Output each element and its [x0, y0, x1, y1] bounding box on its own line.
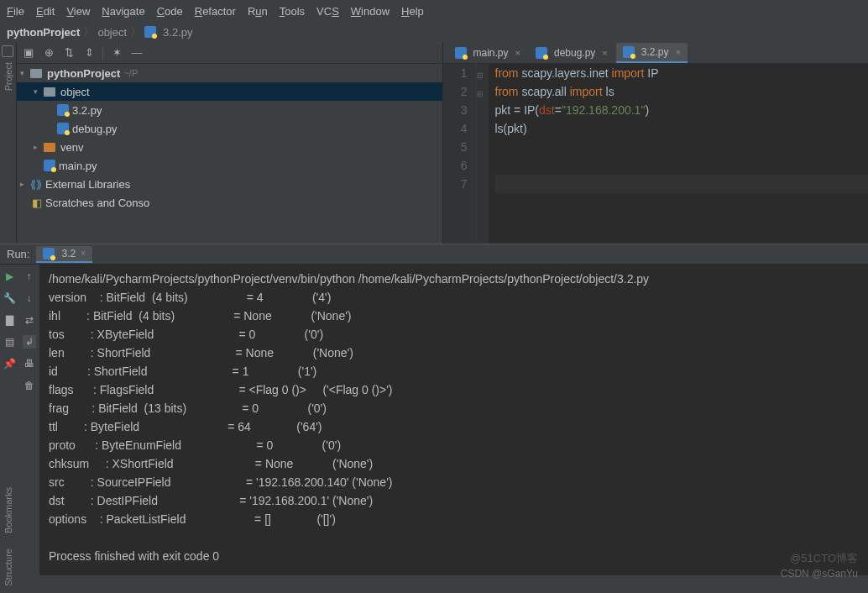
run-label: Run:: [7, 248, 29, 260]
editor-area: main.py× debug.py× 3.2.py× 1234567 ⊟⊟ fr…: [443, 42, 869, 244]
filter-icon[interactable]: ⇄: [23, 313, 36, 327]
tree-row-venv[interactable]: ▸ venv: [17, 138, 442, 156]
editor-body[interactable]: 1234567 ⊟⊟ from scapy.layers.inet import…: [443, 64, 869, 244]
tree-row-object[interactable]: ▾ object: [17, 82, 442, 101]
locate-icon[interactable]: ⊕: [42, 46, 55, 60]
menu-navigate[interactable]: Navigate: [102, 5, 144, 18]
stop-icon[interactable]: ▇: [3, 313, 16, 327]
watermark-51cto: @51CTO博客: [790, 551, 858, 566]
print-icon[interactable]: 🖶: [23, 357, 36, 370]
editor-tabs: main.py× debug.py× 3.2.py×: [443, 42, 869, 64]
menu-refactor[interactable]: Refactor: [195, 5, 236, 18]
line-gutter: 1234567: [443, 64, 477, 244]
wrench-icon[interactable]: 🔧: [3, 291, 16, 305]
menu-window[interactable]: Window: [351, 5, 390, 18]
python-file-icon: [536, 47, 547, 59]
left-gutter: Project: [0, 42, 17, 244]
libraries-icon: ⟪⟫: [30, 178, 42, 191]
watermark-csdn: CSDN @sGanYu: [781, 568, 858, 580]
close-icon[interactable]: ×: [676, 47, 681, 57]
close-icon[interactable]: ×: [81, 249, 86, 258]
python-file-icon: [455, 47, 467, 59]
code-area[interactable]: from scapy.layers.inet import IP from sc…: [489, 64, 869, 244]
menu-edit[interactable]: Edit: [36, 5, 55, 18]
soft-wrap-icon[interactable]: ↲: [23, 335, 36, 349]
layout-icon[interactable]: ▤: [3, 335, 16, 349]
tree-row-scratch[interactable]: ◧ Scratches and Conso: [17, 193, 442, 212]
menu-tools[interactable]: Tools: [280, 5, 305, 18]
scratches-icon: ◧: [32, 197, 42, 209]
run-toolbar-right: ↑ ↓ ⇄ ↲ 🖶 🗑: [18, 265, 40, 575]
python-file-icon: [43, 248, 55, 260]
tree-row-main[interactable]: main.py: [17, 156, 442, 175]
menu-bar: File Edit View Navigate Code Refactor Ru…: [0, 0, 868, 22]
project-tool-label[interactable]: Project: [3, 62, 13, 91]
python-file-icon: [57, 123, 69, 134]
structure-tab[interactable]: Structure: [3, 548, 13, 586]
close-icon[interactable]: ×: [515, 48, 520, 58]
collapse-icon[interactable]: ⇕: [82, 46, 96, 60]
trash-icon[interactable]: 🗑: [23, 379, 36, 392]
menu-vcs[interactable]: VCS: [316, 5, 339, 18]
breadcrumb-project[interactable]: pythonProject: [7, 26, 80, 39]
run-tab[interactable]: 3.2 ×: [36, 246, 92, 263]
tab-debug[interactable]: debug.py×: [529, 43, 614, 63]
project-tool-icon[interactable]: [2, 45, 13, 57]
pin-icon[interactable]: 📌: [3, 357, 16, 370]
menu-help[interactable]: Help: [401, 5, 424, 18]
sort-icon[interactable]: ⇅: [62, 46, 76, 60]
tree-row-external[interactable]: ▸⟪⟫ External Libraries: [17, 175, 442, 193]
up-icon[interactable]: ↑: [23, 270, 36, 283]
menu-code[interactable]: Code: [157, 5, 183, 18]
project-toolbar: ▣ ⊕ ⇅ ⇕ ✶ —: [17, 42, 442, 64]
close-icon[interactable]: ×: [602, 48, 607, 58]
rerun-icon[interactable]: ▶: [3, 270, 16, 283]
settings-icon[interactable]: ✶: [110, 46, 123, 60]
menu-view[interactable]: View: [66, 5, 90, 18]
menu-file[interactable]: File: [7, 5, 24, 18]
select-opened-icon[interactable]: ▣: [22, 46, 35, 60]
project-tree-panel: ▣ ⊕ ⇅ ⇕ ✶ — ▾ pythonProject ~/P ▾ object…: [17, 42, 443, 244]
tree-row-root[interactable]: ▾ pythonProject ~/P: [17, 64, 442, 82]
python-file-icon: [144, 26, 156, 38]
left-sidebar-tabs: Bookmarks Structure: [0, 487, 17, 586]
python-file-icon: [57, 104, 69, 116]
menu-run[interactable]: Run: [248, 5, 268, 18]
breadcrumb: pythonProject 〉 object 〉 3.2.py: [0, 22, 868, 42]
fold-column[interactable]: ⊟⊟: [477, 64, 489, 244]
run-header: Run: 3.2 ×: [0, 244, 868, 265]
python-file-icon: [623, 46, 635, 58]
tab-32[interactable]: 3.2.py×: [616, 43, 688, 63]
project-tree[interactable]: ▾ pythonProject ~/P ▾ object 3.2.py debu…: [17, 64, 442, 244]
run-panel: Run: 3.2 × ▶ 🔧 ▇ ▤ 📌 ↑ ↓ ⇄ ↲ 🖶 🗑 /home/k…: [0, 244, 868, 575]
down-icon[interactable]: ↓: [23, 291, 36, 305]
tree-row-file1[interactable]: 3.2.py: [17, 101, 442, 119]
tree-row-file2[interactable]: debug.py: [17, 119, 442, 138]
hide-icon[interactable]: —: [130, 46, 144, 60]
breadcrumb-file[interactable]: 3.2.py: [163, 26, 192, 39]
tab-main[interactable]: main.py×: [448, 43, 527, 63]
console-output[interactable]: /home/kali/PycharmProjects/pythonProject…: [40, 265, 868, 575]
python-file-icon: [44, 160, 55, 171]
breadcrumb-folder[interactable]: object: [97, 26, 127, 39]
bookmarks-tab[interactable]: Bookmarks: [3, 487, 13, 533]
